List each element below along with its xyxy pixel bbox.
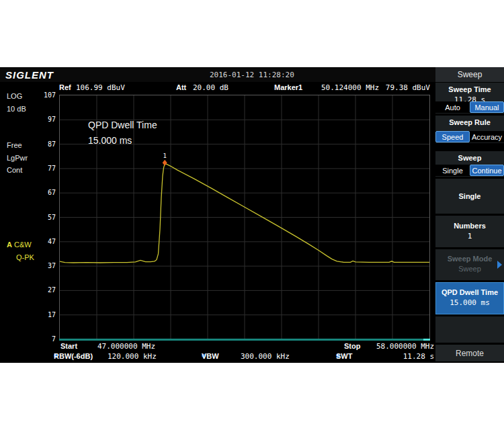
cont-label: Cont	[7, 166, 22, 174]
datetime-readout: 2016-01-12 11:28:20	[210, 71, 294, 79]
readout-header: Ref 106.99 dBuV Att 20.00 dB Marker1 50.…	[0, 83, 435, 94]
scale-div-label: 10 dB	[7, 105, 26, 113]
vbw-value: 300.000 kHz	[241, 352, 290, 361]
sweep-toggle: Single Continue	[435, 165, 504, 176]
menu-qpd-dwell-time[interactable]: QPD Dwell Time 15.000 ms	[435, 282, 504, 314]
sweep-continue-option[interactable]: Continue	[470, 165, 504, 176]
y-axis-tick: 87	[48, 140, 56, 147]
soft-menu-sidebar: Sweep Time 11.28 s Auto Manual Sweep Rul…	[435, 82, 504, 363]
sweep-progress-indicator	[423, 339, 430, 341]
submenu-arrow-icon	[497, 261, 502, 269]
remote-status: Remote	[435, 345, 504, 361]
rbw-value: 120.000 kHz	[108, 352, 157, 361]
y-axis-tick: 67	[48, 189, 56, 196]
y-axis-tick: 97	[48, 116, 56, 123]
menu-sweep-mode-toggle[interactable]: Sweep Single Continue	[435, 151, 504, 177]
swt-value: 11.28 s	[376, 352, 434, 361]
dwell-time-annotation: QPD Dwell Time 15.000 ms	[88, 118, 157, 148]
stop-label: Stop	[344, 342, 360, 350]
start-label: Start	[60, 342, 77, 350]
menu-sweep-mode: Sweep Mode Sweep	[435, 249, 504, 280]
sweep-mode-title: Sweep Mode	[435, 255, 504, 263]
y-axis-tick: 37	[48, 262, 56, 269]
menu-sweep-rule[interactable]: Sweep Rule Speed Accuracy	[435, 116, 504, 143]
y-axis-tick: 77	[48, 164, 56, 171]
trigger-label: Free	[7, 141, 22, 149]
siglent-logo: SIGLENT	[5, 69, 54, 81]
qpd-dwell-value: 15.000 ms	[436, 298, 503, 307]
y-axis-tick: 17	[48, 310, 56, 318]
single-sweep-button[interactable]: Single	[435, 179, 504, 214]
menu-blank	[435, 316, 504, 343]
spectrum-plot: 1 QPD Dwell Time 15.000 ms	[59, 95, 430, 339]
start-value: 47.000000 MHz	[97, 342, 155, 351]
menu-sweep-time[interactable]: Sweep Time 11.28 s Auto Manual	[435, 83, 504, 114]
sweep-rule-accuracy-option[interactable]: Accuracy	[470, 131, 504, 142]
sweep-time-title: Sweep Time	[435, 85, 504, 93]
sweep-time-auto-option[interactable]: Auto	[435, 101, 470, 113]
sweep-single-option[interactable]: Single	[435, 165, 470, 176]
marker-label: Marker1	[274, 83, 302, 91]
att-label: Att	[176, 83, 186, 91]
annotation-line1: QPD Dwell Time	[88, 118, 157, 133]
sweep-time-toggle: Auto Manual	[435, 101, 504, 113]
annotation-line2: 15.000 ms	[88, 133, 157, 148]
y-axis-tick: 107	[44, 91, 56, 99]
menu-title: Sweep	[435, 67, 504, 82]
qpd-dwell-title: QPD Dwell Time	[436, 288, 503, 296]
marker-level: 79.38 dBuV	[383, 83, 430, 92]
att-value: 20.00 dB	[193, 83, 228, 92]
sweep-mode-value: Sweep	[435, 265, 504, 273]
top-bar: SIGLENT 2016-01-12 11:28:20 Sweep	[0, 67, 504, 82]
y-axis-labels: 1079787776757473727177	[27, 95, 57, 339]
analyzer-screen: SIGLENT 2016-01-12 11:28:20 Sweep Ref 10…	[0, 67, 504, 363]
scale-type-label: LOG	[7, 92, 22, 100]
stop-value: 58.000000 MHz	[376, 342, 434, 351]
marker-frequency: 50.124000 MHz	[321, 83, 379, 92]
y-axis-tick: 27	[48, 286, 56, 294]
swt-label: SWT	[336, 352, 352, 360]
ref-label: Ref	[59, 83, 71, 91]
status-bar: Start 47.000000 MHz Stop 58.000000 MHz ◆…	[0, 341, 435, 363]
trace-flag: A	[7, 241, 12, 249]
numbers-value: 1	[435, 232, 504, 241]
sweep-rule-toggle: Speed Accuracy	[435, 131, 504, 142]
rbw-label: RBW(-6dB)	[54, 352, 93, 360]
sweep-time-manual-option[interactable]: Manual	[470, 101, 504, 113]
preamp-label: LgPwr	[7, 154, 28, 162]
sweep-baseline	[59, 339, 430, 341]
numbers-title: Numbers	[435, 222, 504, 230]
svg-text:1: 1	[163, 153, 166, 159]
y-axis-tick: 47	[48, 237, 56, 245]
ref-value: 106.99 dBuV	[76, 83, 125, 92]
vbw-label: VBW	[202, 352, 219, 360]
sweep-rule-speed-option[interactable]: Speed	[435, 131, 470, 142]
single-button-label: Single	[458, 192, 480, 200]
sweep-title: Sweep	[435, 154, 504, 162]
menu-numbers[interactable]: Numbers 1	[435, 216, 504, 247]
sweep-rule-title: Sweep Rule	[435, 118, 504, 126]
y-axis-tick: 57	[48, 213, 56, 220]
